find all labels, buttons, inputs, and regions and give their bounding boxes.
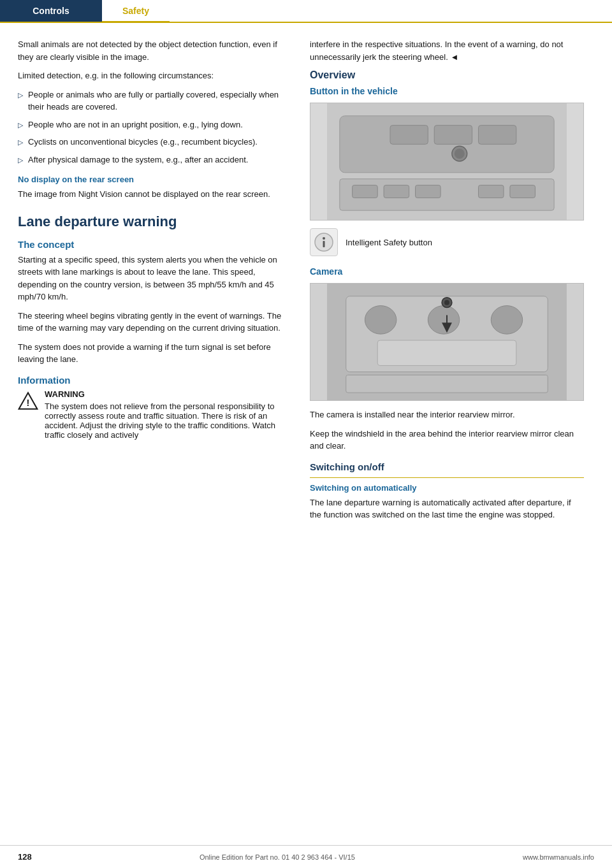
svg-rect-5 bbox=[434, 126, 472, 145]
svg-point-8 bbox=[455, 148, 465, 159]
lane-departure-heading: Lane departure warning bbox=[18, 213, 292, 230]
divider-line bbox=[310, 477, 584, 478]
bullet-list: ▷ People or animals who are fully or par… bbox=[18, 89, 292, 166]
information-heading: Information bbox=[18, 375, 292, 386]
concept-para3: The system does not provide a warning if… bbox=[18, 341, 292, 366]
concept-para2: The steering wheel begins vibrating gent… bbox=[18, 310, 292, 335]
list-item: ▷ Cyclists on unconventional bicycles (e… bbox=[18, 136, 292, 148]
intelligent-safety-label: Intelligent Safety button bbox=[346, 238, 432, 247]
svg-rect-27 bbox=[346, 375, 548, 393]
bullet-text: People who are not in an upright positio… bbox=[28, 119, 243, 131]
website-text: www.bmwmanuals.info bbox=[523, 853, 594, 861]
button-in-vehicle-heading: Button in the vehicle bbox=[310, 86, 584, 96]
page-number: 128 bbox=[18, 852, 32, 862]
no-display-text: The image from Night Vision cannot be di… bbox=[18, 188, 292, 201]
right-para1: interfere in the respective situations. … bbox=[310, 38, 584, 63]
svg-rect-13 bbox=[478, 185, 504, 198]
svg-rect-17 bbox=[323, 241, 325, 247]
warning-triangle-icon: ! bbox=[18, 391, 38, 411]
bullet-arrow-icon: ▷ bbox=[18, 155, 23, 166]
bullet-text: After physical damage to the system, e.g… bbox=[28, 154, 248, 166]
svg-rect-11 bbox=[384, 185, 409, 198]
svg-rect-14 bbox=[510, 185, 536, 198]
warning-text: The system does not relieve from the per… bbox=[45, 401, 275, 440]
list-item: ▷ After physical damage to the system, e… bbox=[18, 154, 292, 166]
bullet-arrow-icon: ▷ bbox=[18, 90, 23, 101]
car-dashboard-image bbox=[310, 103, 584, 221]
tab-safety[interactable]: Safety bbox=[102, 0, 170, 23]
svg-point-25 bbox=[444, 300, 449, 305]
switching-heading: Switching on/off bbox=[310, 461, 584, 472]
warning-title: WARNING bbox=[45, 389, 292, 399]
bullet-arrow-icon: ▷ bbox=[18, 137, 23, 148]
info-circle-icon bbox=[314, 232, 334, 252]
bullet-arrow-icon: ▷ bbox=[18, 120, 23, 131]
main-content: Small animals are not detected by the ob… bbox=[0, 23, 612, 566]
list-item: ▷ People who are not in an upright posit… bbox=[18, 119, 292, 131]
top-navigation: Controls Safety bbox=[0, 0, 612, 23]
svg-rect-4 bbox=[390, 126, 428, 145]
switching-auto-text: The lane departure warning is automatica… bbox=[310, 496, 584, 521]
no-display-heading: No display on the rear screen bbox=[18, 175, 292, 184]
bullet-text: People or animals who are fully or parti… bbox=[28, 89, 292, 113]
online-edition-text: Online Edition for Part no. 01 40 2 963 … bbox=[200, 853, 355, 861]
warning-box: ! WARNING The system does not relieve fr… bbox=[18, 389, 292, 440]
bottom-bar: 128 Online Edition for Part no. 01 40 2 … bbox=[0, 845, 612, 868]
left-column: Small animals are not detected by the ob… bbox=[18, 38, 292, 528]
svg-rect-12 bbox=[416, 185, 441, 198]
switching-auto-heading: Switching on automatically bbox=[310, 483, 584, 493]
camera-svg bbox=[310, 284, 583, 400]
svg-rect-23 bbox=[377, 340, 516, 366]
concept-heading: The concept bbox=[18, 239, 292, 250]
dashboard-svg bbox=[310, 103, 583, 220]
camera-image bbox=[310, 283, 584, 401]
svg-text:!: ! bbox=[27, 398, 30, 408]
svg-rect-22 bbox=[491, 306, 522, 335]
end-marker: ◄ bbox=[450, 52, 458, 62]
small-animals-para: Small animals are not detected by the ob… bbox=[18, 38, 292, 63]
bullet-text: Cyclists on unconventional bicycles (e.g… bbox=[28, 136, 258, 148]
svg-rect-20 bbox=[365, 306, 396, 335]
limited-detection-para: Limited detection, e.g. in the following… bbox=[18, 69, 292, 82]
camera-heading: Camera bbox=[310, 266, 584, 277]
tab-controls[interactable]: Controls bbox=[0, 0, 102, 22]
intelligent-safety-row: Intelligent Safety button bbox=[310, 228, 584, 256]
svg-rect-10 bbox=[353, 185, 378, 198]
svg-rect-21 bbox=[428, 306, 459, 335]
overview-heading: Overview bbox=[310, 69, 584, 81]
concept-para1: Starting at a specific speed, this syste… bbox=[18, 254, 292, 303]
svg-rect-6 bbox=[478, 126, 516, 145]
svg-point-16 bbox=[323, 237, 325, 240]
list-item: ▷ People or animals who are fully or par… bbox=[18, 89, 292, 113]
camera-para1: The camera is installed near the interio… bbox=[310, 409, 584, 421]
warning-content: WARNING The system does not relieve from… bbox=[45, 389, 292, 440]
camera-para2: Keep the windshield in the area behind t… bbox=[310, 428, 584, 452]
right-column: interfere in the respective situations. … bbox=[310, 38, 584, 528]
isafety-icon-box bbox=[310, 228, 338, 256]
